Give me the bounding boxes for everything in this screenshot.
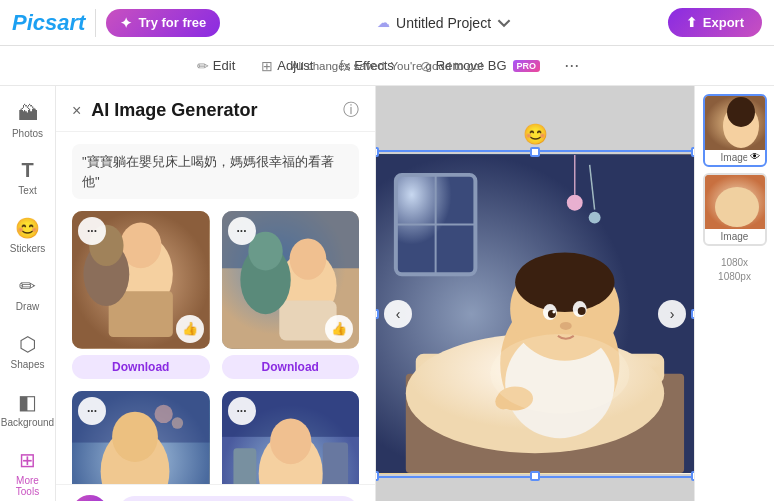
panel-footer: ‹ Show more results bbox=[56, 484, 375, 501]
thumb-more-btn-1[interactable]: ··· bbox=[78, 217, 106, 245]
panel-close-button[interactable]: × bbox=[72, 102, 81, 120]
save-status: All changes saved. You're good to go! bbox=[291, 46, 483, 86]
more-tools-label: More Tools bbox=[9, 475, 47, 497]
text-label: Text bbox=[18, 185, 36, 196]
images-grid: ··· 👍 Download bbox=[56, 211, 375, 484]
handle-mr[interactable] bbox=[691, 309, 694, 319]
image-card-2: ··· 👍 Download bbox=[222, 211, 360, 379]
canvas-next-button[interactable]: › bbox=[658, 300, 686, 328]
stickers-label: Stickers bbox=[10, 243, 46, 254]
thumb-more-btn-2[interactable]: ··· bbox=[228, 217, 256, 245]
sidebar-item-more-tools[interactable]: ⊞ More Tools bbox=[3, 440, 53, 501]
canvas-area: 😊 ‹ › PK bbox=[376, 86, 694, 501]
edit-icon: ✏ bbox=[197, 58, 209, 74]
thumb-like-btn-2[interactable]: 👍 bbox=[325, 315, 353, 343]
sidebar-item-stickers[interactable]: 😊 Stickers bbox=[3, 208, 53, 262]
photos-icon: 🏔 bbox=[18, 102, 38, 125]
sidebar-item-photos[interactable]: 🏔 Photos bbox=[3, 94, 53, 147]
edit-label: Edit bbox=[213, 58, 235, 73]
download-btn-1[interactable]: Download bbox=[72, 355, 210, 379]
svg-point-56 bbox=[715, 187, 759, 227]
export-label: Export bbox=[703, 15, 744, 30]
try-free-label: Try for free bbox=[138, 15, 206, 30]
more-button[interactable]: ··· bbox=[556, 51, 587, 80]
project-title-text: Untitled Project bbox=[396, 15, 491, 31]
sidebar-item-background[interactable]: ◧ Background bbox=[3, 382, 53, 436]
ai-generator-panel: × AI Image Generator ⓘ "寶寶躺在嬰兒床上喝奶，媽媽很幸福… bbox=[56, 86, 376, 501]
image-card-4: ··· 👍 Download bbox=[222, 391, 360, 485]
rotate-handle[interactable]: 😊 bbox=[523, 122, 548, 146]
handle-bl[interactable] bbox=[376, 471, 379, 481]
shapes-label: Shapes bbox=[11, 359, 45, 370]
main-area: 🏔 Photos T Text 😊 Stickers ✏ Draw ⬡ Shap… bbox=[0, 86, 774, 501]
shapes-icon: ⬡ bbox=[19, 332, 36, 356]
thumb-more-btn-4[interactable]: ··· bbox=[228, 397, 256, 425]
image-thumb-3[interactable]: ··· 👍 bbox=[72, 391, 210, 485]
background-label: Background bbox=[1, 417, 54, 428]
image-thumb-4[interactable]: ··· 👍 bbox=[222, 391, 360, 485]
sidebar-item-draw[interactable]: ✏ Draw bbox=[3, 266, 53, 320]
thumb-overlay-1: ··· 👍 bbox=[72, 211, 210, 349]
layer-thumb-1[interactable]: Image 👁 bbox=[703, 94, 767, 167]
back-button[interactable]: ‹ bbox=[72, 495, 108, 501]
pro-badge: PRO bbox=[513, 60, 541, 72]
handle-bm[interactable] bbox=[530, 471, 540, 481]
background-icon: ◧ bbox=[18, 390, 37, 414]
canvas-size: 1080x1080px bbox=[718, 256, 751, 284]
layer-image-2 bbox=[705, 175, 767, 229]
more-tools-icon: ⊞ bbox=[19, 448, 36, 472]
layer-image-1 bbox=[705, 96, 767, 150]
layer-thumb-2[interactable]: Image bbox=[703, 173, 767, 246]
magic-icon: ✦ bbox=[120, 15, 132, 31]
sidebar-left: 🏔 Photos T Text 😊 Stickers ✏ Draw ⬡ Shap… bbox=[0, 86, 56, 501]
draw-label: Draw bbox=[16, 301, 39, 312]
app-logo: Picsart bbox=[12, 10, 85, 36]
export-button[interactable]: ⬆ Export bbox=[668, 8, 762, 37]
canvas-image-container: 😊 bbox=[376, 154, 694, 474]
canvas-background: 😊 bbox=[376, 86, 694, 501]
image-thumb-2[interactable]: ··· 👍 bbox=[222, 211, 360, 349]
panel-header: × AI Image Generator ⓘ bbox=[56, 86, 375, 132]
thumb-overlay-3: ··· 👍 bbox=[72, 391, 210, 485]
photos-label: Photos bbox=[12, 128, 43, 139]
toolbar-bar: All changes saved. You're good to go! ✏ … bbox=[0, 46, 774, 86]
thumb-like-btn-1[interactable]: 👍 bbox=[176, 315, 204, 343]
sidebar-right: Image 👁 Image 1080x1080px bbox=[694, 86, 774, 501]
header-divider bbox=[95, 9, 96, 37]
draw-icon: ✏ bbox=[19, 274, 36, 298]
sidebar-item-shapes[interactable]: ⬡ Shapes bbox=[3, 324, 53, 378]
handle-br[interactable] bbox=[691, 471, 694, 481]
handle-tl[interactable] bbox=[376, 147, 379, 157]
canvas-prev-button[interactable]: ‹ bbox=[384, 300, 412, 328]
panel-prompt: "寶寶躺在嬰兒床上喝奶，媽媽很幸福的看著他" bbox=[72, 144, 359, 199]
selection-box: 😊 bbox=[376, 150, 694, 478]
edit-button[interactable]: ✏ Edit bbox=[187, 53, 245, 79]
layer-preview-2 bbox=[705, 175, 767, 229]
text-icon: T bbox=[21, 159, 33, 182]
handle-tm[interactable] bbox=[530, 147, 540, 157]
show-more-button[interactable]: Show more results bbox=[118, 496, 359, 501]
stickers-icon: 😊 bbox=[15, 216, 40, 240]
layer-eye-1: 👁 bbox=[747, 150, 763, 163]
thumb-overlay-2: ··· 👍 bbox=[222, 211, 360, 349]
layer-preview-1 bbox=[705, 96, 767, 150]
thumb-more-btn-3[interactable]: ··· bbox=[78, 397, 106, 425]
top-bar: Picsart ✦ Try for free ☁ Untitled Projec… bbox=[0, 0, 774, 46]
image-thumb-1[interactable]: ··· 👍 bbox=[72, 211, 210, 349]
panel-title: AI Image Generator bbox=[91, 100, 333, 121]
export-icon: ⬆ bbox=[686, 15, 697, 30]
thumb-overlay-4: ··· 👍 bbox=[222, 391, 360, 485]
more-icon: ··· bbox=[564, 55, 579, 75]
project-title[interactable]: ☁ Untitled Project bbox=[377, 15, 511, 31]
chevron-down-icon bbox=[497, 16, 511, 30]
download-btn-2[interactable]: Download bbox=[222, 355, 360, 379]
svg-point-54 bbox=[727, 97, 755, 127]
try-free-button[interactable]: ✦ Try for free bbox=[106, 9, 220, 37]
handle-ml[interactable] bbox=[376, 309, 379, 319]
image-card-1: ··· 👍 Download bbox=[72, 211, 210, 379]
image-card-3: ··· 👍 Download bbox=[72, 391, 210, 485]
layer-label-2: Image bbox=[705, 229, 765, 244]
handle-tr[interactable] bbox=[691, 147, 694, 157]
sidebar-item-text[interactable]: T Text bbox=[3, 151, 53, 204]
panel-info-button[interactable]: ⓘ bbox=[343, 100, 359, 121]
